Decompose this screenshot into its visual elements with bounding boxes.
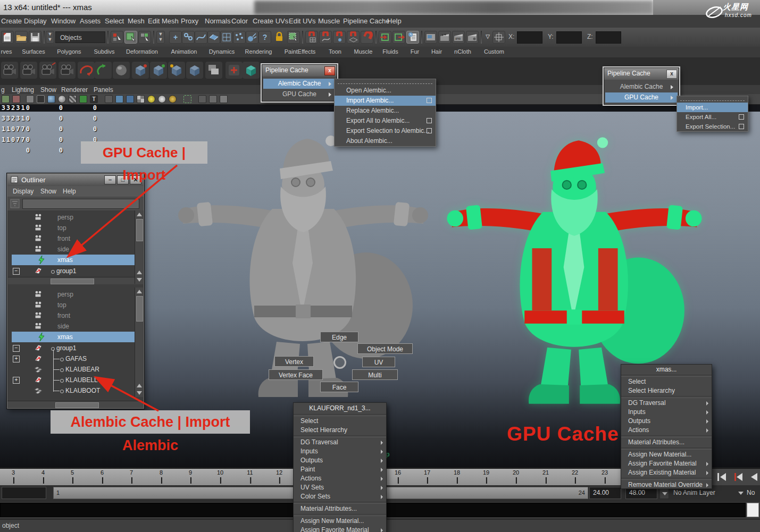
- outliner-item-group1[interactable]: − group1: [7, 266, 144, 276]
- select-object-mode-icon[interactable]: [124, 31, 137, 44]
- share-nodes-icon[interactable]: [220, 95, 228, 103]
- absolute-transform-icon[interactable]: [492, 31, 505, 44]
- outliner-item-front[interactable]: front: [7, 310, 144, 321]
- shelf-tab-ncloth[interactable]: nCloth: [454, 48, 471, 55]
- vertical-scrollbar[interactable]: [135, 288, 143, 397]
- scroll-down-icon[interactable]: [137, 391, 142, 395]
- double-pane-icon[interactable]: [209, 95, 217, 103]
- menu-item-color-sets[interactable]: Color Sets: [294, 492, 386, 501]
- menu-help[interactable]: Help: [387, 17, 402, 25]
- menu-display[interactable]: Display: [24, 17, 47, 25]
- shelf-tab-painteffects[interactable]: PaintEffects: [285, 48, 316, 55]
- select-hierarchy-mode-icon[interactable]: [111, 31, 123, 44]
- menu-item-uv-sets[interactable]: UV Sets: [294, 483, 386, 492]
- step-back-frame-button[interactable]: [748, 471, 760, 483]
- poly-cube-shelf-icon[interactable]: [132, 62, 149, 79]
- script-editor-button[interactable]: [747, 503, 759, 517]
- pipeline-window-title-bar[interactable]: Pipeline Cache x: [604, 68, 679, 80]
- frame-tick[interactable]: 9: [189, 469, 192, 476]
- add-attribute-shelf-icon[interactable]: [226, 62, 243, 79]
- marking-menu-uv[interactable]: UV: [362, 357, 395, 367]
- open-scene-icon[interactable]: [15, 31, 28, 44]
- menu-item-dg-traversal[interactable]: DG Traversal: [621, 399, 712, 408]
- select-component-mode-icon[interactable]: [138, 31, 151, 44]
- snap-to-point-icon[interactable]: [333, 31, 346, 44]
- outliner-item-front[interactable]: front: [7, 233, 144, 244]
- about-alembic-item[interactable]: About Alembic...: [335, 136, 436, 146]
- frame-tick[interactable]: 11: [247, 469, 253, 476]
- panel-menu-panels[interactable]: Panels: [94, 86, 113, 94]
- menu-item-select[interactable]: Select: [294, 417, 386, 426]
- frame-tick[interactable]: 17: [424, 469, 430, 476]
- expand-expander[interactable]: +: [13, 356, 20, 362]
- collapse-chevron-icon[interactable]: ▼▼: [156, 31, 165, 44]
- scroll-up-icon[interactable]: [137, 384, 142, 387]
- shelf-tab-hair[interactable]: Hair: [431, 48, 442, 55]
- camera-shelf-icon[interactable]: [59, 62, 76, 79]
- dropdown-chevron-icon[interactable]: ▽: [484, 31, 491, 44]
- scrollbar-thumb[interactable]: [136, 296, 143, 322]
- shelf-tab-fur[interactable]: Fur: [411, 48, 420, 55]
- panel-menu-lighting[interactable]: Lighting: [12, 86, 34, 94]
- snap-to-plane-icon[interactable]: [347, 31, 360, 44]
- menu-pipeline-cache[interactable]: Pipeline Cache: [343, 17, 389, 25]
- render-settings-icon[interactable]: [466, 31, 479, 44]
- snap-to-grid-icon[interactable]: [305, 31, 318, 44]
- collapse-expander[interactable]: −: [13, 268, 20, 275]
- frame-tick[interactable]: 22: [572, 469, 578, 476]
- menu-create-uvs[interactable]: Create UVs: [253, 17, 288, 25]
- joint-tool-icon[interactable]: [182, 31, 195, 44]
- menu-normals[interactable]: Normals: [205, 17, 230, 25]
- menu-item-outputs[interactable]: Outputs: [294, 456, 386, 465]
- frame-tick[interactable]: 20: [513, 469, 519, 476]
- move-tool-icon[interactable]: +: [169, 31, 182, 44]
- checker-sphere-icon[interactable]: [137, 95, 145, 103]
- sphere-shelf-icon[interactable]: [113, 62, 130, 79]
- wireframe-icon[interactable]: [69, 95, 77, 103]
- frame-tick[interactable]: 3: [12, 469, 15, 476]
- panel-menu-shading-partial[interactable]: g: [1, 86, 5, 94]
- menu-create[interactable]: Create: [1, 17, 22, 25]
- menu-item-dg-traversal[interactable]: DG Traversal: [294, 438, 386, 447]
- menu-window[interactable]: Window: [51, 17, 76, 25]
- marking-menu-edge[interactable]: Edge: [320, 332, 358, 342]
- flat-shade-cube-icon[interactable]: [126, 95, 134, 103]
- shelf-tab-custom[interactable]: Custom: [484, 48, 504, 55]
- scroll-down-icon[interactable]: [137, 278, 142, 282]
- tear-off-handle[interactable]: [338, 80, 432, 84]
- menu-item-select-hierarchy[interactable]: Select Hierarchy: [621, 386, 712, 395]
- outliner-menu-help[interactable]: Help: [63, 188, 76, 195]
- outliner-menu-show[interactable]: Show: [40, 188, 56, 195]
- minimize-button[interactable]: –: [104, 175, 116, 184]
- replace-alembic-item[interactable]: Replace Alembic...: [335, 106, 436, 116]
- outliner-search-input[interactable]: [22, 199, 139, 209]
- outliner-item-gafas[interactable]: + GAFAS: [7, 353, 144, 364]
- alembic-cache-menu-item[interactable]: Alembic Cache: [263, 79, 336, 89]
- outliner-item-top[interactable]: top: [7, 300, 144, 310]
- playback-end-field[interactable]: 24.00: [589, 487, 621, 499]
- menu-edit-uvs[interactable]: Edit UVs: [289, 17, 316, 25]
- outliner-item-top[interactable]: top: [7, 223, 144, 233]
- alembic-cache-menu-item[interactable]: Alembic Cache: [605, 82, 678, 92]
- frame-tick[interactable]: 21: [542, 469, 549, 476]
- outliner-item-klauboot[interactable]: KLAUBOOT: [7, 385, 144, 396]
- option-box-icon[interactable]: [427, 98, 432, 103]
- output-connections-icon[interactable]: [392, 31, 405, 44]
- outliner-item-persp[interactable]: persp: [7, 289, 144, 300]
- scroll-up-icon[interactable]: [137, 213, 142, 216]
- expand-expander[interactable]: +: [13, 377, 20, 384]
- scrollbar-thumb[interactable]: [51, 278, 94, 284]
- menu-color[interactable]: Color: [231, 17, 248, 25]
- smooth-shade-cube-icon[interactable]: [115, 95, 123, 103]
- text-display-icon[interactable]: T: [90, 95, 98, 103]
- option-box-icon[interactable]: [427, 128, 432, 133]
- shaded-sphere-icon[interactable]: [47, 95, 55, 103]
- menu-item-paint[interactable]: Paint: [294, 465, 386, 474]
- camera-shelf-icon[interactable]: [1, 62, 18, 79]
- frame-tick[interactable]: 19: [483, 469, 489, 476]
- gpu-export-all-item[interactable]: Export All...: [677, 112, 748, 122]
- frame-tick[interactable]: 12: [276, 469, 282, 476]
- shelf-tab-deformation[interactable]: Deformation: [126, 48, 158, 55]
- snap-to-curve-icon[interactable]: [319, 31, 332, 44]
- menu-item-material-attributes[interactable]: Material Attributes...: [294, 504, 386, 513]
